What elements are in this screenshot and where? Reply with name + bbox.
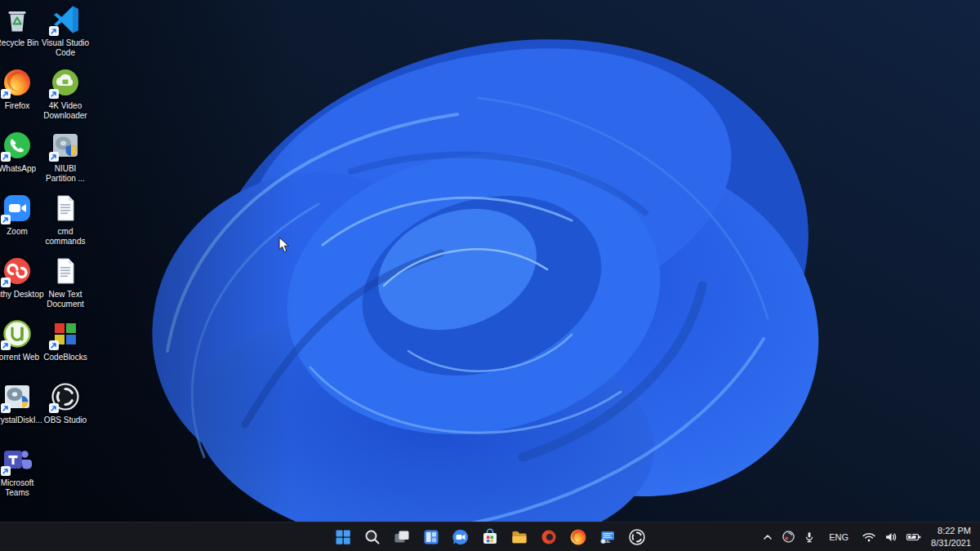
store-icon — [480, 527, 500, 547]
taskbar-search-button[interactable] — [359, 525, 385, 549]
system-tray: ENG 8:22 PM 8/31/2021 — [758, 522, 978, 551]
desktop-icon-label: NIUBI Partition ... — [38, 164, 92, 184]
desktop-icon-label: Firefox — [5, 101, 30, 111]
desktop-icon-label: CodeBlocks — [43, 353, 87, 362]
desktop-icon-label: Visual Studio Code — [38, 38, 92, 58]
microphone-icon — [803, 531, 816, 544]
firefox-icon — [568, 527, 588, 547]
desktop-icon-label: Recycle Bin — [0, 38, 38, 48]
microphone-tray-button[interactable] — [800, 526, 819, 549]
torrent-web-icon — [1, 318, 33, 350]
office-icon — [539, 527, 559, 547]
battery-button[interactable] — [902, 526, 925, 549]
task-view-icon — [392, 527, 412, 547]
speaker-icon — [884, 531, 898, 544]
language-indicator[interactable]: ENG — [820, 526, 858, 549]
desktop-icon-label: CrystalDiskI... — [0, 415, 42, 425]
4k-downloader-icon — [49, 66, 82, 99]
battery-charging-icon — [906, 531, 922, 544]
desktop-icon-torrent-web[interactable]: Torrent Web — [0, 318, 44, 362]
desktop-icon-label: Torrent Web — [0, 353, 39, 362]
shortcut-arrow-icon — [1, 340, 11, 350]
desktop-icon-label: Authy Desktop — [0, 290, 44, 300]
desktop-icon-whatsapp[interactable]: WhatsApp — [0, 129, 44, 174]
volume-button[interactable] — [880, 526, 902, 549]
obs-recording-icon — [782, 530, 795, 544]
desktop-icon-vscode[interactable]: Visual Studio Code — [38, 3, 92, 58]
cmd-commands-icon — [49, 192, 82, 224]
desktop-icon-niubi-partition[interactable]: NIUBI Partition ... — [38, 129, 92, 184]
chat-icon — [451, 527, 470, 547]
desktop-icon-label: 4K Video Downloader — [38, 101, 92, 121]
taskbar-store-button[interactable] — [477, 525, 503, 549]
file-explorer-icon — [510, 527, 529, 547]
recycle-bin-icon — [1, 3, 33, 36]
shortcut-arrow-icon — [1, 278, 11, 287]
codeblocks-icon — [49, 318, 82, 350]
obs-tray-button[interactable] — [778, 526, 799, 549]
desktop-icon-label: WhatsApp — [0, 164, 36, 174]
chevron-up-icon — [761, 531, 774, 544]
clock-time: 8:22 PM — [938, 525, 971, 536]
clock-date: 8/31/2021 — [931, 537, 971, 549]
taskbar-task-view-button[interactable] — [389, 525, 415, 549]
desktop-icon-cmd-commands[interactable]: cmd commands — [38, 192, 92, 247]
desktop-icon-zoom[interactable]: Zoom — [0, 192, 44, 237]
desktop-icon-codeblocks[interactable]: CodeBlocks — [38, 318, 92, 362]
shortcut-arrow-icon — [49, 152, 59, 162]
search-icon — [363, 527, 382, 547]
zoom-icon — [1, 192, 33, 224]
taskbar-clock[interactable]: 8:22 PM 8/31/2021 — [926, 525, 978, 549]
desktop-icon-label: Microsoft Teams — [0, 478, 44, 498]
wifi-button[interactable] — [858, 526, 880, 549]
shortcut-arrow-icon — [49, 26, 59, 36]
shortcut-arrow-icon — [1, 215, 11, 224]
desktop-icon-firefox[interactable]: Firefox — [0, 66, 44, 111]
desktop-icon-obs-studio[interactable]: OBS Studio — [38, 380, 92, 425]
show-hidden-icons-button[interactable] — [758, 526, 777, 549]
taskbar-start-button[interactable] — [330, 525, 356, 549]
obs-studio-icon — [627, 527, 647, 547]
shortcut-arrow-icon — [49, 89, 59, 99]
taskbar-screen-app-button[interactable] — [595, 525, 621, 549]
desktop-icon-4k-downloader[interactable]: 4K Video Downloader — [38, 66, 92, 121]
desktop-icon-authy[interactable]: Authy Desktop — [0, 255, 44, 300]
desktop-icon-area: Recycle BinVisual Studio CodeFirefox4K V… — [0, 0, 980, 522]
widgets-icon — [421, 527, 441, 547]
shortcut-arrow-icon — [1, 403, 11, 413]
taskbar-firefox-button[interactable] — [565, 525, 591, 549]
firefox-icon — [1, 66, 33, 99]
start-icon — [333, 527, 353, 547]
shortcut-arrow-icon — [49, 340, 59, 350]
desktop-icon-new-text-document[interactable]: New Text Document — [38, 255, 92, 309]
new-text-document-icon — [49, 255, 82, 287]
whatsapp-icon — [1, 129, 33, 162]
vscode-icon — [49, 3, 82, 36]
taskbar-office-button[interactable] — [536, 525, 562, 549]
desktop-icon-ms-teams[interactable]: Microsoft Teams — [0, 443, 44, 498]
taskbar-center-buttons — [330, 522, 650, 551]
taskbar-widgets-button[interactable] — [418, 525, 444, 549]
desktop-icon-label: New Text Document — [38, 290, 92, 309]
desktop-icon-crystaldiskinfo[interactable]: CrystalDiskI... — [0, 380, 44, 425]
taskbar-chat-button[interactable] — [448, 525, 474, 549]
taskbar-obs-studio-button[interactable] — [624, 525, 650, 549]
screen-app-icon — [598, 527, 617, 547]
niubi-partition-icon — [49, 129, 82, 162]
ms-teams-icon — [1, 443, 33, 476]
obs-studio-icon — [49, 380, 82, 413]
shortcut-arrow-icon — [49, 403, 59, 413]
crystaldiskinfo-icon — [1, 380, 33, 413]
desktop-icon-label: Zoom — [7, 227, 28, 237]
desktop-icon-label: cmd commands — [38, 227, 92, 247]
taskbar: ENG 8:22 PM 8/31/2021 — [0, 522, 980, 551]
shortcut-arrow-icon — [1, 89, 11, 99]
language-label: ENG — [823, 532, 854, 542]
desktop-icon-recycle-bin[interactable]: Recycle Bin — [0, 3, 44, 48]
taskbar-file-explorer-button[interactable] — [506, 525, 532, 549]
shortcut-arrow-icon — [1, 466, 11, 476]
wifi-icon — [862, 531, 876, 544]
windows-11-desktop: { "desktop": { "icons": [ {"id":"recycle… — [0, 0, 980, 551]
desktop-icon-label: OBS Studio — [44, 415, 87, 425]
authy-icon — [1, 255, 33, 287]
